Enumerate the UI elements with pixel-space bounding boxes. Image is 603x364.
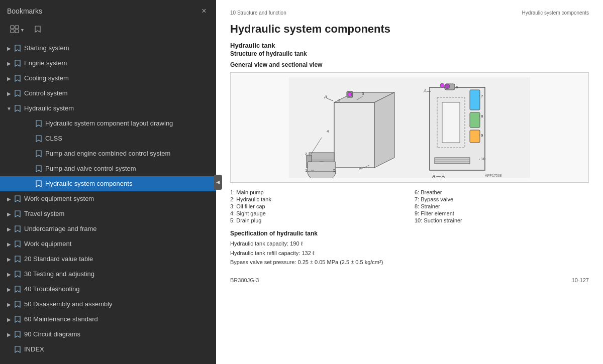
tree-item-pump-engine[interactable]: ▶ Pump and engine combined control syste… bbox=[0, 146, 216, 161]
tree-item-undercarriage[interactable]: ▶ Undercarriage and frame bbox=[0, 221, 216, 236]
tree-label-pump-valve: Pump and valve control system bbox=[45, 165, 211, 173]
svg-text:10: 10 bbox=[481, 157, 485, 161]
grid-view-button[interactable]: ▼ bbox=[7, 23, 28, 37]
tree-item-clss[interactable]: ▶ CLSS bbox=[0, 131, 216, 146]
bookmark-icon-hydraulic bbox=[14, 104, 21, 112]
doc-section-ref-right: Hydraulic system components bbox=[522, 10, 589, 16]
bookmark-icon-disassembly bbox=[14, 300, 21, 308]
tree-label-hyd-layout: Hydraulic system component layout drawin… bbox=[45, 119, 211, 128]
doc-sub-title-view: General view and sectional view bbox=[230, 61, 589, 68]
part-item-9: 9: Filter element bbox=[415, 210, 589, 217]
part-item-2: 2: Hydraulic tank bbox=[230, 196, 405, 203]
expand-arrow-testing: ▶ bbox=[5, 270, 13, 278]
hydraulic-diagram-svg: 2 1 3 4 5 bbox=[236, 77, 583, 178]
tree-label-starting: Starting system bbox=[24, 44, 211, 53]
tree-item-work-equip-sys[interactable]: ▶ Work equipment system bbox=[0, 191, 216, 206]
tree-label-maintenance: 60 Maintenance standard bbox=[24, 315, 211, 324]
expand-arrow-undercarriage: ▶ bbox=[5, 225, 13, 233]
svg-point-27 bbox=[445, 84, 450, 89]
tree-item-testing[interactable]: ▶ 30 Testing and adjusting bbox=[0, 267, 216, 282]
tree-label-std-value: 20 Standard value table bbox=[24, 255, 211, 264]
parts-list: 1: Main pump 6: Breather 2: Hydraulic ta… bbox=[230, 189, 589, 224]
tree-label-pump-engine: Pump and engine combined control system bbox=[45, 150, 211, 158]
hydraulic-diagram-container: 2 1 3 4 5 bbox=[230, 72, 589, 183]
bookmark-list-icon bbox=[34, 25, 42, 35]
svg-rect-3 bbox=[15, 30, 19, 33]
tree-item-travel[interactable]: ▶ Travel system bbox=[0, 206, 216, 221]
expand-arrow-work-equip-sys: ▶ bbox=[5, 195, 13, 203]
tree-label-work-equip: Work equipment bbox=[24, 240, 211, 249]
spec-line-1: Hydraulic tank capacity: 190 ℓ bbox=[230, 239, 589, 249]
svg-text:2: 2 bbox=[305, 152, 308, 156]
bookmark-icon-work-equip-sys bbox=[14, 195, 21, 203]
bookmark-icon-hyd-components bbox=[35, 180, 42, 188]
svg-text:8: 8 bbox=[481, 114, 483, 118]
bookmark-icon-index bbox=[14, 345, 21, 353]
tree-item-maintenance[interactable]: ▶ 60 Maintenance standard bbox=[0, 312, 216, 327]
tree-label-undercarriage: Undercarriage and frame bbox=[24, 225, 211, 233]
expand-arrow-troubleshoot: ▶ bbox=[5, 285, 13, 293]
expand-arrow-travel: ▶ bbox=[5, 210, 13, 218]
svg-rect-24 bbox=[470, 90, 480, 110]
part-item-10: 10: Suction strainer bbox=[415, 217, 589, 224]
tree-item-pump-valve[interactable]: ▶ Pump and valve control system bbox=[0, 161, 216, 176]
svg-text:5: 5 bbox=[359, 167, 362, 171]
tree-item-hyd-components[interactable]: ▶ Hydraulic system components bbox=[0, 176, 216, 191]
collapse-panel-button[interactable]: ◀ bbox=[214, 175, 222, 190]
tree-label-troubleshoot: 40 Troubleshooting bbox=[24, 285, 211, 294]
doc-main-title: Hydraulic system components bbox=[230, 23, 589, 36]
tree-label-engine: Engine system bbox=[24, 59, 211, 68]
tree-item-hydraulic[interactable]: ▼ Hydraulic system bbox=[0, 101, 216, 116]
doc-section-ref-left: 10 Structure and function bbox=[230, 10, 286, 16]
tree-label-testing: 30 Testing and adjusting bbox=[24, 270, 211, 279]
svg-rect-26 bbox=[470, 130, 480, 143]
tree-item-engine[interactable]: ▶ Engine system bbox=[0, 56, 216, 71]
svg-text:A — A: A — A bbox=[432, 174, 445, 178]
bookmark-icon-work-equip bbox=[14, 240, 21, 248]
tree-label-hyd-components: Hydraulic system components bbox=[45, 180, 211, 188]
part-item-8: 8: Strainer bbox=[415, 203, 589, 210]
svg-text:1: 1 bbox=[305, 168, 308, 173]
svg-text:APP17568: APP17568 bbox=[485, 174, 502, 177]
part-item-1: 1: Main pump bbox=[230, 189, 405, 196]
svg-text:4: 4 bbox=[327, 129, 329, 134]
tree-item-disassembly[interactable]: ▶ 50 Disassembly and assembly bbox=[0, 297, 216, 312]
bookmark-icon-control bbox=[14, 89, 21, 97]
tree-item-hyd-layout[interactable]: ▶ Hydraulic system component layout draw… bbox=[0, 116, 216, 131]
expand-arrow-disassembly: ▶ bbox=[5, 300, 13, 308]
bookmark-icon-std-value bbox=[14, 255, 21, 263]
bookmark-icon-pump-engine bbox=[35, 150, 42, 158]
tree-label-cooling: Cooling system bbox=[24, 74, 211, 83]
svg-point-28 bbox=[440, 83, 444, 87]
tree-label-disassembly: 50 Disassembly and assembly bbox=[24, 300, 211, 309]
document-panel: 10 Structure and function Hydraulic syst… bbox=[216, 0, 603, 364]
tree-item-troubleshoot[interactable]: ▶ 40 Troubleshooting bbox=[0, 282, 216, 297]
svg-text:3: 3 bbox=[338, 98, 341, 102]
tree-item-cooling[interactable]: ▶ Cooling system bbox=[0, 71, 216, 86]
bookmark-icon-engine bbox=[14, 59, 21, 67]
doc-sub-title-structure: Structure of hydraulic tank bbox=[230, 50, 589, 57]
svg-text:6: 6 bbox=[456, 85, 458, 89]
svg-text:A: A bbox=[324, 94, 327, 99]
expand-arrow-std-value: ▶ bbox=[5, 255, 13, 263]
tree-item-work-equip[interactable]: ▶ Work equipment bbox=[0, 236, 216, 252]
tree-item-control[interactable]: ▶ Control system bbox=[0, 86, 216, 101]
expand-arrow-control: ▶ bbox=[5, 89, 13, 97]
close-button[interactable]: × bbox=[199, 6, 209, 16]
expand-arrow-work-equip: ▶ bbox=[5, 240, 13, 248]
doc-header-bar: 10 Structure and function Hydraulic syst… bbox=[230, 10, 589, 16]
expand-arrow-hydraulic: ▼ bbox=[5, 104, 13, 112]
part-item-3: 3: Oil filler cap bbox=[230, 203, 405, 210]
grid-dropdown-arrow: ▼ bbox=[20, 28, 25, 33]
bookmark-icon-starting bbox=[14, 44, 21, 52]
tree-item-index[interactable]: ▶ INDEX bbox=[0, 342, 216, 357]
bookmark-list-button[interactable] bbox=[31, 23, 45, 37]
tree-item-starting[interactable]: ▶ Starting system bbox=[0, 41, 216, 56]
toolbar: ▼ bbox=[0, 21, 216, 41]
bookmark-icon-pump-valve bbox=[35, 165, 42, 173]
tree-item-circuit[interactable]: ▶ 90 Circuit diagrams bbox=[0, 327, 216, 342]
spec-line-3: Bypass valve set pressure: 0.25 ± 0.05 M… bbox=[230, 258, 589, 267]
svg-rect-30 bbox=[442, 102, 460, 143]
tree-label-clss: CLSS bbox=[45, 135, 211, 143]
tree-item-std-value[interactable]: ▶ 20 Standard value table bbox=[0, 252, 216, 267]
